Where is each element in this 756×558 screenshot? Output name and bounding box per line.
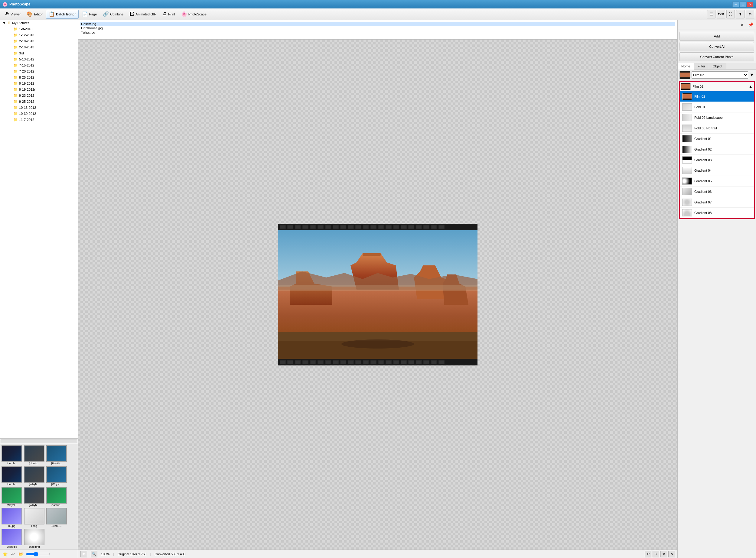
fit-button[interactable]: ⊞ (80, 551, 87, 557)
batch-editor-tab[interactable]: 📋 Batch Editor (46, 10, 78, 19)
file-list-item[interactable]: Lighthouse.jpg (80, 26, 675, 30)
minimize-button[interactable]: ─ (732, 1, 739, 7)
tree-item[interactable]: 📁7-15-2012 (0, 62, 78, 68)
dropdown-list-item[interactable]: Fold 03 Portrait (680, 123, 754, 134)
tree-item-label: 1-12-2013 (19, 33, 34, 37)
tree-item[interactable]: 📁11-7-2012 (0, 117, 78, 123)
tab-filter[interactable]: Filter (694, 63, 709, 69)
film-hole (408, 360, 414, 364)
tree-root[interactable]: ▼ 🖥 My Pictures (0, 20, 78, 26)
undo-button[interactable]: ↩ (645, 551, 651, 557)
zoom-slider[interactable] (26, 552, 50, 557)
share-button[interactable]: ⬆ (736, 10, 745, 19)
close-button[interactable]: ✕ (747, 1, 754, 7)
settings-button[interactable]: ⚙ (746, 10, 754, 19)
list-item[interactable]: Scan (... (46, 508, 67, 528)
folder-open-button[interactable]: 📂 (17, 551, 25, 557)
frame-list-container: Film 02 ▲ Film 02Fold 01Fold 02 Landscap… (679, 81, 755, 219)
tree-item[interactable]: 📁10-30-2012 (0, 111, 78, 117)
favorites-button[interactable]: ⭐ (1, 551, 9, 557)
tree-item[interactable]: 📁10-16-2012 (0, 105, 78, 111)
maximize-button[interactable]: □ (740, 1, 746, 7)
film-hole (363, 360, 369, 364)
item-thumb (682, 167, 692, 174)
print-tab[interactable]: 🖨 Print (160, 10, 178, 19)
item-thumb (682, 114, 692, 121)
folder-icon: 📁 (13, 27, 18, 31)
tree-item[interactable]: 📁1-12-2013 (0, 32, 78, 38)
list-item[interactable]: [Horrib... (46, 445, 67, 465)
dropdown-list-item[interactable]: Film 02 (680, 91, 754, 102)
convert-all-button[interactable]: Convert Al (680, 42, 754, 51)
dropdown-list-item[interactable]: Gradient 02 (680, 144, 754, 155)
right-top-icons: ✕ 📌 (678, 20, 756, 30)
animated-gif-tab[interactable]: 🎞 Animated GIF (127, 10, 159, 19)
tab-object[interactable]: Object (709, 63, 726, 69)
tree-item[interactable]: 📁5-13-2012 (0, 56, 78, 62)
list-item[interactable]: [Horrib... (1, 466, 22, 486)
list-item[interactable]: l.png (24, 508, 45, 528)
dropdown-scroll-up[interactable]: ▲ (749, 84, 753, 89)
horizontal-scrollbar[interactable] (0, 438, 78, 444)
dropdown-list-item[interactable]: Gradient 07 (680, 197, 754, 208)
combine-tab[interactable]: 🔗 Combine (100, 10, 126, 19)
list-item[interactable]: [Horrib... (1, 445, 22, 465)
tree-item[interactable]: 📁9-23-2012 (0, 93, 78, 99)
move-button[interactable]: ✥ (660, 551, 667, 557)
dropdown-list-item[interactable]: Fold 02 Landscape (680, 112, 754, 123)
film-hole (401, 225, 407, 229)
zoom-in-button[interactable]: 🔍 (91, 551, 97, 557)
redo-button[interactable]: ↪ (653, 551, 659, 557)
photoscape-tab[interactable]: 🌸 PhotoScape (178, 10, 209, 19)
add-button[interactable]: Add (680, 32, 754, 41)
list-item[interactable]: [WhyN... (24, 466, 45, 486)
dropdown-list-item[interactable]: Fold 01 (680, 102, 754, 112)
hscroll-track[interactable] (1, 439, 77, 443)
editor-icon: 🎨 (27, 11, 33, 17)
viewer-tab[interactable]: 👁 Viewer (2, 10, 23, 19)
list-item[interactable]: IE.jpg (1, 508, 22, 528)
close-right-button[interactable]: ✕ (738, 21, 746, 28)
tree-item[interactable]: 📁9-19-2012( (0, 86, 78, 93)
tree-item[interactable]: 📁2-10-2013 (0, 38, 78, 44)
tree-item[interactable]: 📁2-19-2013 (0, 44, 78, 50)
tree-item-label: 10-30-2012 (19, 112, 36, 116)
tree-item[interactable]: 📁8-25-2012 (0, 74, 78, 80)
list-item[interactable]: [Horrib... (24, 445, 45, 465)
frame-select[interactable]: Film 02 (691, 71, 748, 79)
delete-button[interactable]: ✕ (668, 551, 675, 557)
convert-current-button[interactable]: Convert Current Photo (680, 52, 754, 61)
tree-item[interactable]: 📁7-20-2012 (0, 68, 78, 74)
list-item[interactable]: [WhyN... (24, 487, 45, 507)
list-item[interactable]: Scan.jpg (1, 529, 22, 548)
page-tab[interactable]: 📄 Page (79, 10, 100, 19)
tree-item[interactable]: 📁1-8-2013 (0, 26, 78, 32)
list-item[interactable]: [WhyN... (1, 487, 22, 507)
list-item[interactable]: snap.png (24, 529, 45, 548)
menu-button[interactable]: ☰ (707, 10, 715, 19)
photoscape-label: PhotoScape (188, 12, 206, 16)
fullscreen-button[interactable]: ⛶ (726, 10, 735, 19)
editor-tab[interactable]: 🎨 Editor (24, 10, 45, 19)
dropdown-list-item[interactable]: Gradient 05 (680, 176, 754, 186)
dropdown-list-item[interactable]: Gradient 06 (680, 186, 754, 197)
dropdown-arrow[interactable]: ▼ (749, 72, 754, 78)
tree-item[interactable]: 📁3rd (0, 50, 78, 56)
dropdown-list-item[interactable]: Gradient 01 (680, 134, 754, 144)
tree-item[interactable]: 📁9-19-2012 (0, 80, 78, 86)
list-item[interactable]: [WhyN... (46, 466, 67, 486)
pin-right-button[interactable]: 📌 (747, 21, 754, 28)
tab-home[interactable]: Home (678, 63, 694, 70)
dropdown-list-item[interactable]: Gradient 03 (680, 155, 754, 166)
exif-button[interactable]: EXIF (717, 10, 725, 19)
file-list-item[interactable]: Tulips.jpg (80, 30, 675, 34)
tree-item-label: 9-19-2012( (19, 88, 35, 91)
list-item[interactable]: Captur... (46, 487, 67, 507)
file-tree[interactable]: ▼ 🖥 My Pictures 📁1-8-2013📁1-12-2013📁2-10… (0, 20, 78, 438)
tree-item-label: 9-25-2012 (19, 100, 34, 103)
dropdown-list-item[interactable]: Gradient 08 (680, 208, 754, 218)
tree-item[interactable]: 📁9-25-2012 (0, 99, 78, 105)
back-button[interactable]: ↩ (10, 551, 16, 557)
file-list-item[interactable]: Desert.jpg (80, 22, 675, 26)
dropdown-list-item[interactable]: Gradient 04 (680, 166, 754, 176)
